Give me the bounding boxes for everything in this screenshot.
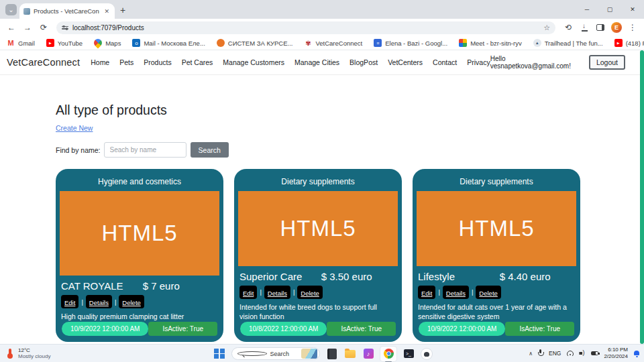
taskbar-app-paint[interactable] xyxy=(421,348,433,360)
windows-icon xyxy=(214,349,225,359)
taskbar-app-media[interactable]: ♪ xyxy=(362,348,374,360)
taskbar-clock[interactable]: 6:10 PM 2/20/2024 xyxy=(604,347,628,359)
taskbar-app-terminal[interactable]: >_ xyxy=(402,348,415,360)
battery-icon[interactable] xyxy=(591,351,598,355)
product-category: Dietary supplements xyxy=(238,173,398,191)
search-highlight-image xyxy=(301,349,317,359)
language-indicator[interactable]: ENG xyxy=(549,350,561,357)
clock-date: 2/20/2024 xyxy=(604,353,628,360)
taskbar-app-explorer[interactable] xyxy=(344,348,356,360)
forward-icon[interactable]: → xyxy=(20,20,35,35)
product-date-badge: 10/9/2022 12:00:00 AM xyxy=(62,322,148,336)
back-icon[interactable]: ← xyxy=(4,20,19,35)
nav-products[interactable]: Products xyxy=(144,58,171,66)
nav-vetcenters[interactable]: VetCenters xyxy=(388,58,423,66)
edit-button[interactable]: Edit xyxy=(239,286,257,299)
close-button[interactable]: ✕ xyxy=(621,0,644,19)
weather-desc: Mostly cloudy xyxy=(18,353,50,359)
logout-button[interactable]: Logout xyxy=(589,55,625,70)
product-date-badge: 10/9/2022 12:00:00 AM xyxy=(419,322,505,336)
bookmark-page-not-avail[interactable]: (418) Page Not Avai... xyxy=(614,39,644,47)
window-controls: ─ ▢ ✕ xyxy=(576,0,644,19)
nav-home[interactable]: Home xyxy=(91,58,109,66)
url-text[interactable]: localhost:7079/Products xyxy=(72,24,539,32)
tab-search-button[interactable]: ⌄ xyxy=(5,4,17,15)
delete-button[interactable]: Delete xyxy=(297,286,322,299)
side-panel-icon[interactable] xyxy=(593,20,608,35)
course-icon xyxy=(217,39,225,47)
minimize-button[interactable]: ─ xyxy=(576,0,598,19)
taskbar-search[interactable]: Search xyxy=(231,347,320,360)
site-navbar: VetCareConnect Home Pets Products Pet Ca… xyxy=(0,50,644,75)
nav-pet-cares[interactable]: Pet Cares xyxy=(182,58,213,66)
nav-blogpost[interactable]: BlogPost xyxy=(350,58,378,66)
bookmark-youtube[interactable]: YouTube xyxy=(46,39,83,47)
details-button[interactable]: Details xyxy=(443,286,469,299)
bookmark-mail[interactable]: Mail - Москова Еле... xyxy=(132,39,205,47)
maximize-button[interactable]: ▢ xyxy=(598,0,621,19)
bookmark-maps[interactable]: Maps xyxy=(94,39,121,47)
nav-manage-cities[interactable]: Manage Cities xyxy=(294,58,339,66)
browser-titlebar: ⌄ Products - VetCareConnect ✕ + ─ ▢ ✕ xyxy=(0,0,644,19)
product-category: Dietary supplements xyxy=(417,173,576,191)
menu-kebab-icon[interactable]: ⋮ xyxy=(625,20,640,35)
download-icon[interactable] xyxy=(577,20,592,35)
bookmark-elena[interactable]: Elena - Bazi - Googl... xyxy=(374,39,447,47)
details-button[interactable]: Details xyxy=(86,295,112,308)
reload-icon[interactable]: ⟳ xyxy=(36,20,51,35)
browser-tab[interactable]: Products - VetCareConnect ✕ xyxy=(19,3,115,19)
notifications-bell-icon[interactable] xyxy=(633,350,640,357)
network-icon[interactable] xyxy=(566,351,574,356)
media-player-icon: ♪ xyxy=(364,349,374,359)
bookmark-star-icon[interactable]: ☆ xyxy=(543,23,550,32)
product-actions: Edit| Details| Delete xyxy=(238,286,398,299)
bookmark-gmail[interactable]: MGmail xyxy=(7,39,35,47)
tab-close-icon[interactable]: ✕ xyxy=(103,8,111,15)
nav-contact[interactable]: Contact xyxy=(433,58,457,66)
paint-icon xyxy=(421,349,432,359)
bookmark-meet[interactable]: Meet - bzr-sitn-ryv xyxy=(459,39,522,47)
bookmark-trailhead[interactable]: Trailhead | The fun... xyxy=(533,39,603,47)
create-new-link[interactable]: Create New xyxy=(56,124,93,132)
bookmark-vetcareconnect[interactable]: ✾VetCareConnect xyxy=(304,39,362,47)
delete-button[interactable]: Delete xyxy=(119,295,144,308)
product-image-placeholder: HTML5 xyxy=(417,191,576,266)
search-button[interactable]: Search xyxy=(191,142,229,158)
details-button[interactable]: Details xyxy=(264,286,290,299)
taskbar-app-notepad[interactable] xyxy=(326,348,338,360)
search-input[interactable] xyxy=(104,142,186,158)
weather-icon xyxy=(5,348,15,359)
start-button[interactable] xyxy=(213,348,225,360)
product-active-badge: IsActive: True xyxy=(327,322,396,336)
edit-button[interactable]: Edit xyxy=(418,286,435,299)
site-logo[interactable]: VetCareConnect xyxy=(7,57,80,68)
address-bar[interactable]: localhost:7079/Products ☆ xyxy=(56,21,555,34)
taskbar-app-chrome-active[interactable] xyxy=(380,347,396,361)
nav-manage-customers[interactable]: Manage Customers xyxy=(223,58,284,66)
product-description: High quality premium clamping cat litter xyxy=(60,312,219,322)
product-card: Dietary supplements HTML5 Superior Care … xyxy=(234,169,402,342)
paw-icon: ✾ xyxy=(304,39,312,47)
trailhead-icon xyxy=(533,39,541,47)
product-image-placeholder: HTML5 xyxy=(238,191,398,266)
nav-privacy[interactable]: Privacy xyxy=(467,58,490,66)
new-tab-button[interactable]: + xyxy=(120,5,125,15)
site-nav-links: Home Pets Products Pet Cares Manage Cust… xyxy=(91,58,490,66)
site-settings-icon[interactable] xyxy=(62,26,68,29)
page-scrollbar[interactable] xyxy=(640,50,644,344)
edit-button[interactable]: Edit xyxy=(61,295,78,308)
product-price: $ 3.50 euro xyxy=(321,271,372,282)
hidden-icons-chevron[interactable]: ∧ xyxy=(529,351,533,357)
profile-avatar[interactable]: E xyxy=(609,20,624,35)
user-greeting: Hello vesnapetkova@gmail.com! xyxy=(490,55,584,70)
volume-icon[interactable] xyxy=(579,351,586,357)
search-icon xyxy=(237,351,267,356)
microphone-icon[interactable] xyxy=(538,349,543,357)
delete-button[interactable]: Delete xyxy=(476,286,500,299)
product-description: Intended for white breed dogs to support… xyxy=(238,302,398,322)
sync-icon[interactable]: ⟲ xyxy=(561,20,576,35)
taskbar-weather-widget[interactable]: 12°C Mostly cloudy xyxy=(0,347,50,359)
nav-pets[interactable]: Pets xyxy=(119,58,133,66)
bookmark-course[interactable]: СИСТЕМ ЗА КУРСЕ... xyxy=(217,39,293,47)
find-by-name-label: Find by name: xyxy=(56,146,101,154)
